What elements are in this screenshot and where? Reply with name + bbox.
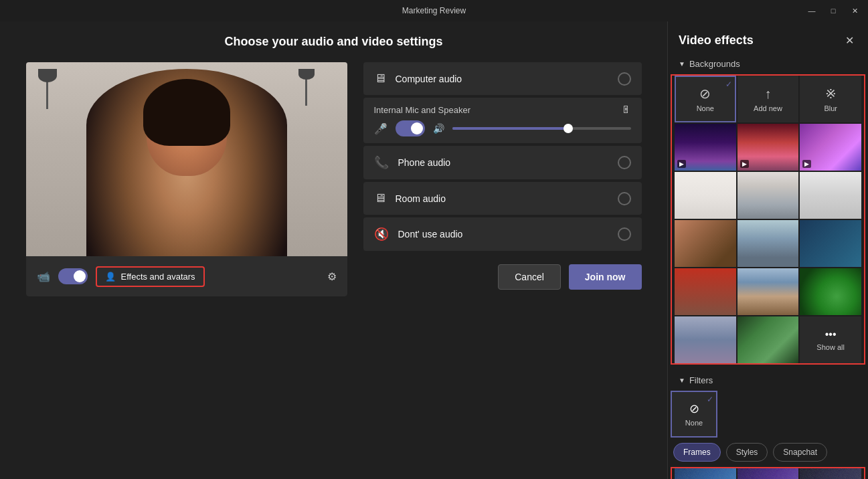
blur-icon: ※ bbox=[825, 86, 837, 102]
backgrounds-chevron: ▼ bbox=[679, 60, 685, 68]
filter-none-tile[interactable]: ⊘ None ✓ bbox=[671, 391, 717, 438]
maximize-button[interactable]: □ bbox=[828, 5, 839, 16]
backgrounds-label: Backgrounds bbox=[689, 59, 740, 69]
no-audio-label: Dont' use audio bbox=[398, 229, 463, 239]
styles-filter-button[interactable]: Styles bbox=[726, 443, 768, 462]
video-preview-image bbox=[26, 62, 347, 256]
room-audio-label: Room audio bbox=[396, 193, 446, 204]
backgrounds-grid: ⊘ None ✓ ↑ Add new ※ Blur ▶ ▶ ▶ bbox=[671, 74, 865, 365]
bg-show-all-tile[interactable]: ••• Show all bbox=[800, 316, 861, 363]
audio-panel: 🖥 Computer audio Internal Mic and Speake… bbox=[363, 62, 642, 296]
right-panel: Video effects ✕ ▼ Backgrounds ⊘ None ✓ ↑… bbox=[667, 21, 868, 479]
effects-avatars-button[interactable]: 👤 Effects and avatars bbox=[96, 266, 205, 287]
right-panel-header: Video effects ✕ bbox=[668, 21, 868, 54]
bg-blur-tile[interactable]: ※ Blur bbox=[800, 76, 861, 122]
bg-office-tile[interactable] bbox=[737, 172, 799, 219]
bg-archway-tile[interactable] bbox=[737, 268, 799, 315]
filter-none-checkmark: ✓ bbox=[707, 395, 713, 404]
volume-slider-thumb bbox=[563, 124, 573, 133]
computer-audio-option[interactable]: 🖥 Computer audio bbox=[363, 62, 642, 95]
computer-audio-left: 🖥 Computer audio bbox=[374, 72, 462, 86]
video-effects-close-button[interactable]: ✕ bbox=[841, 32, 857, 48]
bg-archway2-tile[interactable] bbox=[675, 316, 736, 363]
bg-blur-label: Blur bbox=[824, 104, 837, 112]
video-effects-title: Video effects bbox=[679, 33, 754, 47]
filters-label: Filters bbox=[689, 375, 713, 385]
filter-none-icon: ⊘ bbox=[689, 401, 699, 416]
bg-modern-room-tile[interactable] bbox=[800, 172, 861, 219]
minimize-button[interactable]: — bbox=[806, 5, 817, 16]
lamp-right bbox=[305, 69, 307, 106]
action-buttons: Cancel Join now bbox=[363, 264, 642, 290]
camera-icon: 📹 bbox=[37, 270, 50, 283]
frames-filter-button[interactable]: Frames bbox=[673, 443, 721, 462]
no-audio-icon: 🔇 bbox=[374, 227, 389, 242]
mic-icon: 🎤 bbox=[374, 122, 387, 135]
settings-icon-button[interactable]: ⚙ bbox=[327, 270, 337, 283]
phone-audio-radio[interactable] bbox=[618, 156, 631, 169]
frames-grid bbox=[671, 467, 865, 479]
computer-audio-label: Computer audio bbox=[396, 74, 462, 84]
noise-3 bbox=[800, 468, 861, 479]
bg-glass-office-tile[interactable] bbox=[737, 220, 799, 267]
join-now-button[interactable]: Join now bbox=[569, 264, 642, 290]
bg-blue-tile[interactable] bbox=[800, 220, 861, 267]
mic-speaker-label: Internal Mic and Speaker bbox=[374, 105, 471, 115]
frame-purple-wave-tile[interactable] bbox=[737, 468, 799, 479]
phone-audio-option[interactable]: 📞 Phone audio bbox=[363, 146, 642, 179]
video-settings-area: 📹 👤 Effects and avatars ⚙ 🖥 Computer aud… bbox=[26, 62, 642, 296]
window-close-button[interactable]: ✕ bbox=[849, 5, 860, 16]
frame-dark-wave-tile[interactable] bbox=[800, 468, 861, 479]
filter-none-label: None bbox=[685, 419, 703, 427]
page-title: Choose your audio and video settings bbox=[224, 35, 442, 49]
mic-speaker-label-row: Internal Mic and Speaker 🎚 bbox=[374, 104, 631, 115]
video-controls-bar: 📹 👤 Effects and avatars ⚙ bbox=[26, 256, 347, 296]
backgrounds-section-header[interactable]: ▼ Backgrounds bbox=[668, 54, 868, 74]
bg-purple-abstract-tile[interactable]: ▶ bbox=[800, 124, 861, 171]
bg-none-tile[interactable]: ⊘ None ✓ bbox=[675, 76, 736, 122]
volume-slider-fill bbox=[452, 127, 569, 130]
phone-audio-left: 📞 Phone audio bbox=[374, 155, 451, 170]
bg-red-clouds-tile[interactable]: ▶ bbox=[737, 124, 799, 171]
filters-section-header[interactable]: ▼ Filters bbox=[668, 370, 868, 391]
bg-warm-living-tile[interactable] bbox=[675, 220, 736, 267]
room-audio-radio[interactable] bbox=[618, 192, 631, 205]
bg-add-label: Add new bbox=[754, 104, 782, 112]
filters-chevron: ▼ bbox=[679, 377, 685, 384]
video-preview: 📹 👤 Effects and avatars ⚙ bbox=[26, 62, 347, 296]
room-audio-icon: 🖥 bbox=[374, 191, 386, 205]
mic-speaker-row: Internal Mic and Speaker 🎚 🎤 🔊 bbox=[363, 98, 642, 143]
effects-label: Effects and avatars bbox=[121, 272, 195, 282]
cancel-button[interactable]: Cancel bbox=[498, 264, 561, 290]
computer-audio-radio[interactable] bbox=[618, 72, 631, 86]
bg-nature2-tile[interactable] bbox=[737, 316, 799, 363]
mic-settings-icon[interactable]: 🎚 bbox=[622, 104, 631, 115]
bg-white-room-tile[interactable] bbox=[675, 172, 736, 219]
effects-icon: 👤 bbox=[105, 272, 116, 282]
room-audio-option[interactable]: 🖥 Room audio bbox=[363, 182, 642, 215]
lamp-left bbox=[46, 69, 48, 109]
mic-controls: 🎤 🔊 bbox=[374, 120, 631, 136]
camera-toggle[interactable] bbox=[58, 268, 88, 284]
bg-purple-mountains-tile[interactable]: ▶ bbox=[675, 124, 736, 171]
frame-blue-wave-tile[interactable] bbox=[675, 468, 736, 479]
volume-slider-track[interactable] bbox=[452, 127, 631, 130]
add-icon: ↑ bbox=[764, 86, 771, 102]
person-silhouette bbox=[86, 69, 287, 256]
none-checkmark: ✓ bbox=[725, 80, 732, 89]
snapchat-filter-button[interactable]: Snapchat bbox=[773, 443, 827, 462]
show-all-label: Show all bbox=[816, 343, 845, 351]
bg-add-tile[interactable]: ↑ Add new bbox=[737, 76, 799, 122]
phone-audio-icon: 📞 bbox=[374, 155, 389, 170]
bg-red-room-tile[interactable] bbox=[675, 268, 736, 315]
noise-2 bbox=[737, 468, 799, 479]
no-audio-left: 🔇 Dont' use audio bbox=[374, 227, 463, 242]
no-audio-radio[interactable] bbox=[618, 227, 631, 241]
phone-audio-label: Phone audio bbox=[398, 157, 451, 168]
play-icon: ▶ bbox=[677, 160, 686, 168]
bg-nature-ball-tile[interactable] bbox=[800, 268, 861, 315]
titlebar-controls: — □ ✕ bbox=[806, 5, 860, 16]
no-audio-option[interactable]: 🔇 Dont' use audio bbox=[363, 217, 642, 251]
filter-buttons: Frames Styles Snapchat bbox=[668, 443, 868, 462]
mic-toggle[interactable] bbox=[396, 120, 425, 136]
